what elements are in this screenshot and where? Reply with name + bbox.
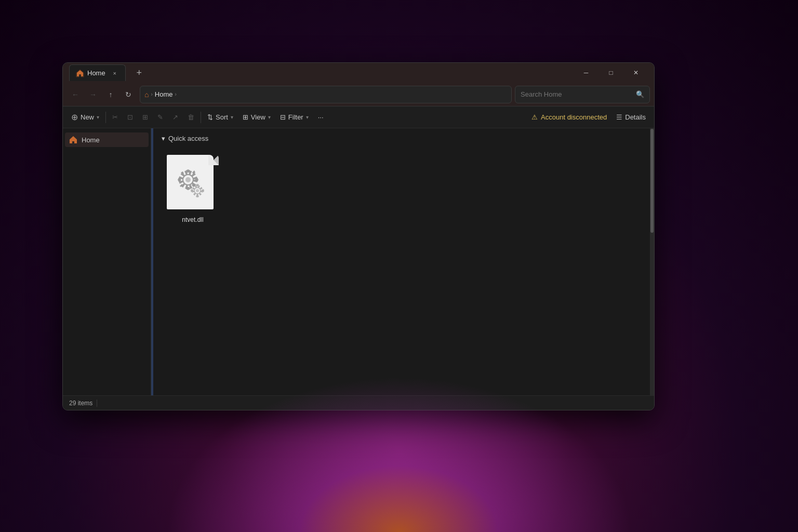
sort-label: Sort — [216, 113, 228, 121]
warning-icon: ⚠ — [531, 113, 538, 121]
window-controls: ─ □ ✕ — [574, 65, 648, 81]
new-tab-button[interactable]: + — [132, 65, 147, 80]
rename-button[interactable]: ✎ — [153, 109, 167, 126]
up-icon: ↑ — [109, 90, 113, 99]
dll-file-icon — [167, 155, 219, 212]
back-icon: ← — [72, 90, 79, 99]
quick-access-chevron-icon: ▾ — [162, 135, 165, 142]
share-button[interactable]: ↗ — [168, 109, 182, 126]
forward-icon: → — [89, 90, 97, 99]
filter-button[interactable]: ⊟ Filter ▾ — [276, 109, 313, 126]
share-icon: ↗ — [172, 113, 178, 121]
address-location: Home — [155, 90, 173, 98]
paste-icon: ⊞ — [142, 113, 148, 121]
account-disconnected-button[interactable]: ⚠ Account disconnected — [527, 113, 611, 121]
new-chevron-icon: ▾ — [97, 114, 99, 120]
cut-icon: ✂ — [112, 113, 118, 121]
toolbar-separator-2 — [201, 112, 201, 123]
details-button[interactable]: ☰ Details — [612, 109, 650, 126]
sort-chevron-icon: ▾ — [231, 114, 233, 120]
back-button[interactable]: ← — [67, 86, 84, 103]
close-button[interactable]: ✕ — [624, 65, 648, 81]
address-bar[interactable]: ⌂ › Home › — [140, 86, 512, 103]
up-button[interactable]: ↑ — [102, 86, 119, 103]
status-separator — [97, 400, 97, 407]
filter-label: Filter — [288, 113, 303, 121]
more-icon: ··· — [318, 113, 324, 121]
tab-close-button[interactable]: × — [111, 69, 119, 77]
view-chevron-icon: ▾ — [268, 114, 271, 120]
view-icon: ⊞ — [243, 113, 248, 121]
details-icon: ☰ — [616, 113, 622, 121]
address-home-icon: ⌂ — [144, 90, 149, 99]
new-label: New — [81, 113, 94, 121]
file-name: ntvet.dll — [182, 216, 203, 223]
refresh-icon: ↻ — [125, 90, 131, 99]
list-item[interactable]: ntvet.dll — [162, 151, 224, 228]
delete-icon: 🗑 — [188, 113, 194, 121]
filter-icon: ⊟ — [280, 113, 286, 121]
tab-home-icon — [76, 69, 84, 77]
toolbar-separator-1 — [105, 112, 106, 123]
minimize-button[interactable]: ─ — [574, 65, 598, 81]
delete-button[interactable]: 🗑 — [183, 109, 198, 126]
items-count: 29 items — [69, 400, 92, 407]
file-explorer-window: Home × + ─ □ ✕ ← → ↑ ↻ ⌂ › Home › — [62, 62, 655, 410]
svg-point-1 — [185, 177, 191, 182]
title-bar-left: Home × + — [69, 64, 574, 81]
account-disconnected-label: Account disconnected — [541, 113, 607, 121]
details-label: Details — [625, 113, 646, 121]
refresh-button[interactable]: ↻ — [120, 86, 137, 103]
tab-home[interactable]: Home × — [69, 64, 126, 81]
copy-button[interactable]: ⊡ — [123, 109, 137, 126]
copy-icon: ⊡ — [127, 113, 133, 121]
sidebar-home-label: Home — [82, 136, 100, 144]
cut-button[interactable]: ✂ — [108, 109, 122, 126]
title-bar: Home × + ─ □ ✕ — [63, 63, 654, 83]
quick-access-header[interactable]: ▾ Quick access — [153, 128, 654, 147]
more-button[interactable]: ··· — [314, 109, 328, 126]
filter-chevron-icon: ▾ — [306, 114, 309, 120]
scrollbar-thumb[interactable] — [650, 129, 654, 233]
search-box[interactable]: 🔍 — [515, 86, 650, 103]
view-label: View — [251, 113, 265, 121]
quick-access-label: Quick access — [168, 135, 208, 142]
main-area: Home ▾ Quick access — [63, 128, 654, 395]
view-button[interactable]: ⊞ View ▾ — [238, 109, 275, 126]
new-plus-icon: ⊕ — [71, 112, 78, 122]
maximize-button[interactable]: □ — [599, 65, 623, 81]
file-grid: ntvet.dll — [153, 147, 654, 232]
scrollbar[interactable] — [650, 128, 654, 395]
search-icon: 🔍 — [636, 90, 644, 98]
sidebar-item-home[interactable]: Home — [65, 132, 149, 147]
forward-button[interactable]: → — [85, 86, 101, 103]
address-chevron2: › — [175, 91, 177, 97]
sort-button[interactable]: ⇅ Sort ▾ — [203, 109, 237, 126]
sidebar: Home — [63, 128, 151, 395]
paste-button[interactable]: ⊞ — [138, 109, 152, 126]
svg-point-4 — [196, 189, 199, 192]
content-area: ▾ Quick access — [153, 128, 654, 395]
rename-icon: ✎ — [157, 113, 163, 121]
status-bar: 29 items — [63, 395, 654, 410]
new-button[interactable]: ⊕ New ▾ — [67, 109, 103, 126]
sidebar-home-icon — [69, 136, 77, 144]
sort-icon: ⇅ — [207, 113, 213, 121]
address-bar-row: ← → ↑ ↻ ⌂ › Home › 🔍 — [63, 83, 654, 107]
search-input[interactable] — [521, 90, 633, 98]
address-chevron1: › — [151, 91, 152, 97]
gear-icons — [169, 163, 211, 204]
toolbar: ⊕ New ▾ ✂ ⊡ ⊞ ✎ ↗ 🗑 ⇅ Sort ▾ ⊞ — [63, 107, 654, 128]
tab-home-label: Home — [87, 69, 105, 77]
